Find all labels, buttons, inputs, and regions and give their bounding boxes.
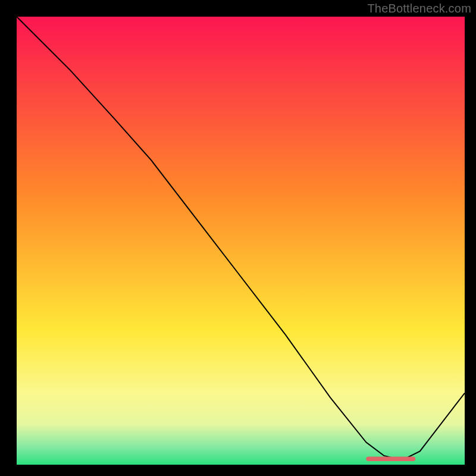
- watermark-text: TheBottleneck.com: [367, 2, 471, 15]
- range-marker: [366, 456, 415, 461]
- chart-svg: [17, 17, 465, 465]
- gradient-rect: [17, 17, 465, 465]
- plot-area: [17, 17, 465, 465]
- chart-container: TheBottleneck.com: [0, 0, 476, 476]
